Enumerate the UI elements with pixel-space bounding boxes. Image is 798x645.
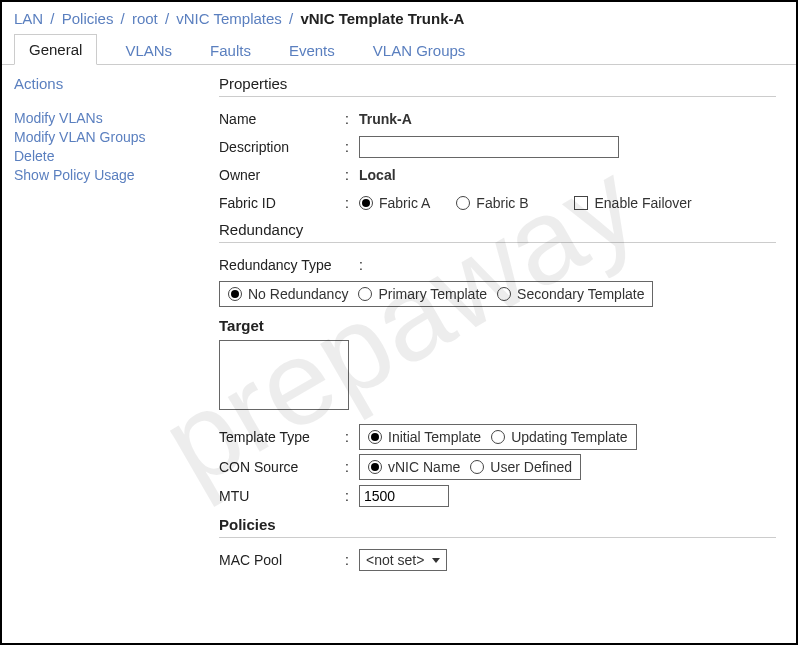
mac-pool-label: MAC Pool [219, 552, 345, 568]
enable-failover-checkbox[interactable]: Enable Failover [574, 195, 691, 211]
redundancy-type-label: Redundancy Type [219, 257, 359, 273]
fabric-b-radio[interactable]: Fabric B [456, 195, 528, 211]
owner-value: Local [359, 167, 396, 183]
template-type-label: Template Type [219, 429, 345, 445]
fabric-b-label: Fabric B [476, 195, 528, 211]
breadcrumb: LAN / Policies / root / vNIC Templates /… [2, 2, 796, 33]
target-listbox[interactable] [219, 340, 349, 410]
colon: : [359, 257, 373, 273]
checkbox-icon [574, 196, 588, 210]
divider [219, 537, 776, 538]
opt-label: Secondary Template [517, 286, 644, 302]
redundancy-type-group: No Redundancy Primary Template Secondary… [219, 281, 653, 307]
radio-icon [359, 196, 373, 210]
radio-icon [491, 430, 505, 444]
policies-title: Policies [219, 516, 776, 533]
colon: : [345, 195, 359, 211]
colon: : [345, 552, 359, 568]
target-title: Target [219, 317, 776, 334]
tab-general[interactable]: General [14, 34, 97, 65]
radio-icon [358, 287, 372, 301]
properties-title: Properties [219, 75, 776, 92]
opt-label: No Redundancy [248, 286, 348, 302]
radio-icon [368, 460, 382, 474]
template-initial[interactable]: Initial Template [368, 429, 481, 445]
crumb-vnic-templates[interactable]: vNIC Templates [176, 10, 282, 27]
description-label: Description [219, 139, 345, 155]
con-source-label: CON Source [219, 459, 345, 475]
tab-events[interactable]: Events [279, 36, 345, 65]
radio-icon [228, 287, 242, 301]
redundancy-title: Redundancy [219, 221, 776, 238]
radio-icon [368, 430, 382, 444]
radio-icon [497, 287, 511, 301]
crumb-lan[interactable]: LAN [14, 10, 43, 27]
redundancy-no-redundancy[interactable]: No Redundancy [228, 286, 348, 302]
action-modify-vlan-groups[interactable]: Modify VLAN Groups [14, 129, 219, 145]
owner-label: Owner [219, 167, 345, 183]
crumb-root[interactable]: root [132, 10, 158, 27]
con-vnic-name[interactable]: vNIC Name [368, 459, 460, 475]
fabric-id-label: Fabric ID [219, 195, 345, 211]
colon: : [345, 488, 359, 504]
description-input[interactable] [359, 136, 619, 158]
mtu-label: MTU [219, 488, 345, 504]
con-user-defined[interactable]: User Defined [470, 459, 572, 475]
divider [219, 242, 776, 243]
crumb-sep: / [162, 10, 172, 27]
crumb-policies[interactable]: Policies [62, 10, 114, 27]
opt-label: Initial Template [388, 429, 481, 445]
fabric-a-radio[interactable]: Fabric A [359, 195, 430, 211]
actions-title: Actions [14, 75, 219, 92]
colon: : [345, 167, 359, 183]
tab-vlan-groups[interactable]: VLAN Groups [363, 36, 476, 65]
opt-label: vNIC Name [388, 459, 460, 475]
opt-label: Primary Template [378, 286, 487, 302]
name-value: Trunk-A [359, 111, 412, 127]
tab-faults[interactable]: Faults [200, 36, 261, 65]
mtu-input[interactable] [359, 485, 449, 507]
con-source-group: vNIC Name User Defined [359, 454, 581, 480]
radio-icon [456, 196, 470, 210]
enable-failover-label: Enable Failover [594, 195, 691, 211]
mac-pool-value: <not set> [366, 552, 424, 568]
template-type-group: Initial Template Updating Template [359, 424, 637, 450]
crumb-sep: / [286, 10, 296, 27]
crumb-current: vNIC Template Trunk-A [300, 10, 464, 27]
redundancy-secondary[interactable]: Secondary Template [497, 286, 644, 302]
action-modify-vlans[interactable]: Modify VLANs [14, 110, 219, 126]
colon: : [345, 111, 359, 127]
redundancy-primary[interactable]: Primary Template [358, 286, 487, 302]
fabric-a-label: Fabric A [379, 195, 430, 211]
crumb-sep: / [47, 10, 57, 27]
actions-sidebar: Actions Modify VLANs Modify VLAN Groups … [14, 75, 219, 576]
tab-vlans[interactable]: VLANs [115, 36, 182, 65]
action-delete[interactable]: Delete [14, 148, 219, 164]
divider [219, 96, 776, 97]
crumb-sep: / [118, 10, 128, 27]
colon: : [345, 139, 359, 155]
name-label: Name [219, 111, 345, 127]
mac-pool-select[interactable]: <not set> [359, 549, 447, 571]
template-updating[interactable]: Updating Template [491, 429, 627, 445]
action-show-policy-usage[interactable]: Show Policy Usage [14, 167, 219, 183]
tab-bar: General VLANs Faults Events VLAN Groups [2, 33, 796, 65]
opt-label: User Defined [490, 459, 572, 475]
chevron-down-icon [432, 558, 440, 563]
radio-icon [470, 460, 484, 474]
colon: : [345, 459, 359, 475]
colon: : [345, 429, 359, 445]
opt-label: Updating Template [511, 429, 627, 445]
